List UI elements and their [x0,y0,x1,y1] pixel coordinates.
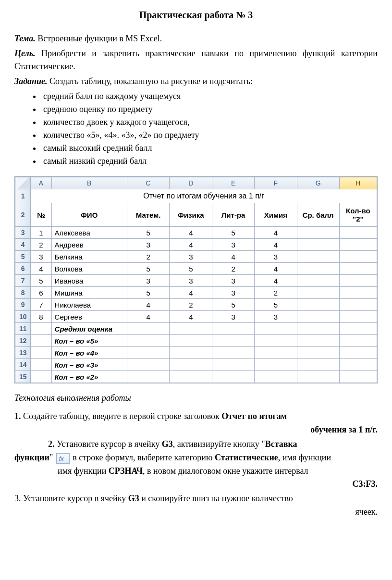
header-cell[interactable]: ФИО [51,203,127,227]
data-cell[interactable] [339,359,377,371]
data-cell[interactable]: 8 [31,311,51,323]
summary-cell[interactable]: Средняя оценка [51,323,127,335]
data-cell[interactable]: 2 [170,299,212,311]
data-cell[interactable] [297,275,339,287]
data-cell[interactable] [127,323,170,335]
data-cell[interactable] [339,227,377,239]
data-cell[interactable]: 3 [212,275,255,287]
data-cell[interactable] [297,287,339,299]
row-header[interactable]: 13 [15,347,31,359]
data-cell[interactable] [297,263,339,275]
data-cell[interactable] [339,347,377,359]
data-cell[interactable] [339,239,377,251]
data-cell[interactable] [339,311,377,323]
data-cell[interactable] [297,251,339,263]
data-cell[interactable]: 4 [255,239,297,251]
col-header[interactable]: G [297,177,339,189]
header-cell[interactable]: № [31,203,51,227]
data-cell[interactable]: 4 [255,275,297,287]
data-cell[interactable]: Николаева [51,299,127,311]
data-cell[interactable] [255,371,297,383]
data-cell[interactable]: Мишина [51,287,127,299]
header-cell[interactable]: Матем. [127,203,170,227]
row-header[interactable]: 15 [15,371,31,383]
data-cell[interactable]: 3 [31,251,51,263]
data-cell[interactable] [212,323,255,335]
data-cell[interactable]: 4 [170,287,212,299]
data-cell[interactable] [127,335,170,347]
data-cell[interactable] [339,323,377,335]
header-cell[interactable]: Лит-ра [212,203,255,227]
data-cell[interactable] [212,371,255,383]
summary-cell[interactable]: Кол – во «5» [51,335,127,347]
summary-cell[interactable]: Кол – во «4» [51,347,127,359]
data-cell[interactable] [297,371,339,383]
data-cell[interactable]: Сергеев [51,311,127,323]
data-cell[interactable] [31,371,51,383]
data-cell[interactable] [127,371,170,383]
data-cell[interactable] [255,323,297,335]
data-cell[interactable]: 4 [127,311,170,323]
data-cell[interactable]: Алексеева [51,227,127,239]
data-cell[interactable]: 5 [255,299,297,311]
header-cell[interactable]: Химия [255,203,297,227]
data-cell[interactable]: 5 [212,227,255,239]
data-cell[interactable]: 2 [31,239,51,251]
data-cell[interactable]: 4 [31,263,51,275]
select-all-corner[interactable] [15,177,31,189]
data-cell[interactable]: 6 [31,287,51,299]
data-cell[interactable]: 5 [127,287,170,299]
data-cell[interactable]: 3 [255,251,297,263]
data-cell[interactable]: 2 [255,287,297,299]
header-cell[interactable]: Ср. балл [297,203,339,227]
data-cell[interactable]: 3 [170,251,212,263]
data-cell[interactable]: Иванова [51,275,127,287]
summary-cell[interactable]: Кол – во «3» [51,359,127,371]
data-cell[interactable] [297,323,339,335]
row-header[interactable]: 12 [15,335,31,347]
data-cell[interactable] [339,287,377,299]
data-cell[interactable] [339,299,377,311]
col-header[interactable]: E [212,177,255,189]
col-header[interactable]: A [31,177,51,189]
data-cell[interactable]: 2 [127,251,170,263]
data-cell[interactable] [31,335,51,347]
row-header[interactable]: 9 [15,299,31,311]
row-header[interactable]: 8 [15,287,31,299]
data-cell[interactable] [31,323,51,335]
col-header[interactable]: C [127,177,170,189]
data-cell[interactable] [297,299,339,311]
data-cell[interactable]: 4 [255,263,297,275]
data-cell[interactable] [212,335,255,347]
data-cell[interactable]: 1 [31,227,51,239]
data-cell[interactable]: Волкова [51,263,127,275]
data-cell[interactable]: 4 [212,251,255,263]
row-header[interactable]: 6 [15,263,31,275]
data-cell[interactable]: 4 [170,227,212,239]
data-cell[interactable] [297,335,339,347]
data-cell[interactable] [255,335,297,347]
data-cell[interactable]: 3 [170,275,212,287]
summary-cell[interactable]: Кол – во «2» [51,371,127,383]
data-cell[interactable]: 3 [212,239,255,251]
header-cell[interactable]: Физика [170,203,212,227]
data-cell[interactable]: Белкина [51,251,127,263]
data-cell[interactable] [297,359,339,371]
data-cell[interactable]: 4 [127,299,170,311]
data-cell[interactable] [339,251,377,263]
data-cell[interactable] [170,323,212,335]
data-cell[interactable] [31,359,51,371]
row-header[interactable]: 7 [15,275,31,287]
data-cell[interactable]: 3 [127,239,170,251]
data-cell[interactable] [255,359,297,371]
data-cell[interactable] [212,347,255,359]
data-cell[interactable]: 3 [127,275,170,287]
data-cell[interactable] [339,275,377,287]
data-cell[interactable]: 3 [212,311,255,323]
data-cell[interactable]: 4 [255,227,297,239]
header-cell[interactable]: Кол-во "2" [339,203,377,227]
data-cell[interactable] [297,311,339,323]
data-cell[interactable]: 2 [212,263,255,275]
row-header[interactable]: 14 [15,359,31,371]
row-header[interactable]: 10 [15,311,31,323]
